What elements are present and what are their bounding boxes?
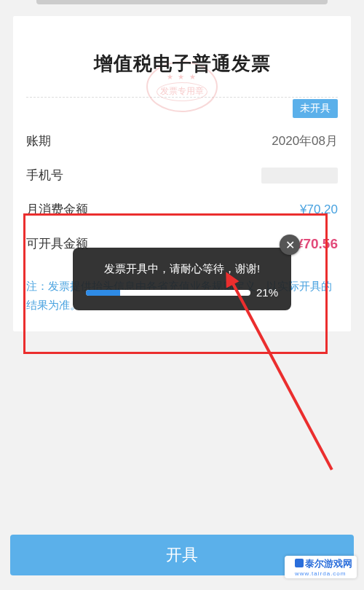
device-notch <box>36 0 328 4</box>
progress-wrap: 21% <box>86 286 278 299</box>
month-label: 月消费金额 <box>26 201 88 218</box>
submit-label: 开具 <box>166 544 198 566</box>
month-value: ¥70.20 <box>300 202 338 217</box>
watermark-sub: www.tairda.com <box>295 570 352 577</box>
avail-value: ¥70.56 <box>296 236 338 252</box>
stamp-text: 发票专用章 <box>160 85 204 98</box>
row-period: 账期 2020年08月 <box>26 124 338 158</box>
period-value: 2020年08月 <box>272 133 338 149</box>
watermark: 泰尔游戏网 www.tairda.com <box>285 556 357 578</box>
row-month-amount: 月消费金额 ¥70.20 <box>26 192 338 227</box>
watermark-logo-icon <box>295 559 304 567</box>
toast-message: 发票开具中，请耐心等待，谢谢! <box>86 262 278 276</box>
period-label: 账期 <box>26 133 51 149</box>
toast-close-button[interactable]: ✕ <box>280 235 300 255</box>
progress-fill <box>86 290 120 296</box>
phone-label: 手机号 <box>26 167 63 184</box>
progress-bar <box>86 290 250 296</box>
stamp-inner: 发票专用章 <box>157 82 207 101</box>
progress-toast: ✕ 发票开具中，请耐心等待，谢谢! 21% <box>73 248 291 310</box>
row-phone: 手机号 <box>26 158 338 192</box>
status-badge: 未开具 <box>293 99 338 118</box>
progress-percent: 21% <box>256 286 278 299</box>
page-title: 增值税电子普通发票 <box>26 51 338 76</box>
phone-masked-value <box>261 168 338 184</box>
watermark-main: 泰尔游戏网 <box>305 558 352 569</box>
close-icon: ✕ <box>285 238 295 252</box>
